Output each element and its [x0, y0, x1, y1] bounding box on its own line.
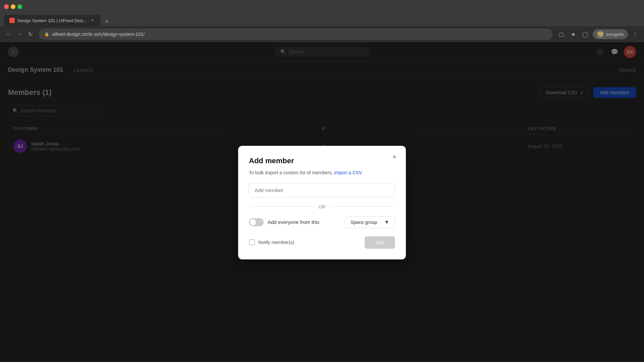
notify-checkbox[interactable] — [249, 239, 255, 245]
maximize-window-button[interactable] — [17, 4, 22, 9]
modal-subtitle-text: To bulk import a custom list of members, — [249, 170, 333, 175]
or-line-left — [249, 206, 315, 207]
space-group-label: Space group — [351, 220, 377, 225]
minimize-window-button[interactable] — [11, 4, 15, 9]
reload-button[interactable]: ↻ — [25, 29, 35, 39]
modal-footer: Notify member(s) Add — [249, 236, 395, 249]
modal-close-button[interactable]: × — [390, 153, 399, 162]
tab-favicon — [9, 18, 15, 23]
notify-row: Notify member(s) — [249, 239, 294, 245]
more-options-icon[interactable]: ⋮ — [631, 29, 640, 39]
incognito-label: Incognito — [606, 32, 624, 37]
toggle-slider — [249, 218, 264, 226]
browser-actions: ▢ ★ ◯ 😿 Incognito ⋮ — [556, 29, 640, 39]
cast-icon[interactable]: ▢ — [556, 29, 566, 39]
url-text: uifeed-design.circle.so/c/design-system-… — [52, 32, 145, 37]
title-bar — [0, 0, 644, 13]
back-button[interactable]: ← — [4, 29, 13, 39]
bookmark-icon[interactable]: ★ — [569, 29, 578, 39]
close-window-button[interactable] — [4, 4, 9, 9]
browser-chrome: Design System 101 | UIFeed Desi... × + ←… — [0, 0, 644, 43]
add-member-modal: × Add member To bulk import a custom lis… — [238, 146, 406, 259]
tabs-bar: Design System 101 | UIFeed Desi... × + — [0, 13, 644, 26]
app-background: ☉ 🔍 Search ⚫ 💬 SX Design System 101 Less… — [0, 43, 644, 362]
modal-subtitle: To bulk import a custom list of members,… — [249, 169, 395, 176]
lock-icon: 🔒 — [44, 32, 49, 37]
add-member-input[interactable] — [249, 183, 395, 197]
active-tab[interactable]: Design System 101 | UIFeed Desi... × — [4, 15, 101, 26]
add-button[interactable]: Add — [365, 236, 395, 249]
add-everyone-toggle[interactable] — [249, 218, 264, 226]
or-divider: OR — [249, 204, 395, 209]
notify-label: Notify member(s) — [258, 240, 294, 245]
tab-label: Design System 101 | UIFeed Desi... — [17, 18, 87, 23]
add-everyone-row: Add everyone from this Space group ▼ — [249, 216, 395, 228]
address-bar: ← → ↻ 🔒 uifeed-design.circle.so/c/design… — [0, 26, 644, 42]
modal-overlay: × Add member To bulk import a custom lis… — [0, 43, 644, 362]
new-tab-button[interactable]: + — [102, 17, 111, 26]
chevron-down-icon: ▼ — [384, 219, 389, 225]
url-bar[interactable]: 🔒 uifeed-design.circle.so/c/design-syste… — [39, 28, 552, 40]
tab-close-icon[interactable]: × — [89, 17, 95, 23]
incognito-badge[interactable]: 😿 Incognito — [593, 29, 628, 39]
import-csv-link[interactable]: import a CSV — [334, 170, 362, 175]
profile-icon[interactable]: ◯ — [581, 29, 590, 39]
or-text: OR — [319, 204, 326, 209]
window-controls — [4, 4, 22, 9]
or-line-right — [330, 206, 395, 207]
incognito-icon: 😿 — [597, 31, 604, 38]
nav-buttons: ← → ↻ — [4, 29, 35, 39]
space-group-dropdown[interactable]: Space group ▼ — [345, 216, 395, 228]
modal-title: Add member — [249, 157, 395, 165]
add-everyone-label: Add everyone from this — [268, 219, 341, 225]
forward-button[interactable]: → — [15, 29, 24, 39]
